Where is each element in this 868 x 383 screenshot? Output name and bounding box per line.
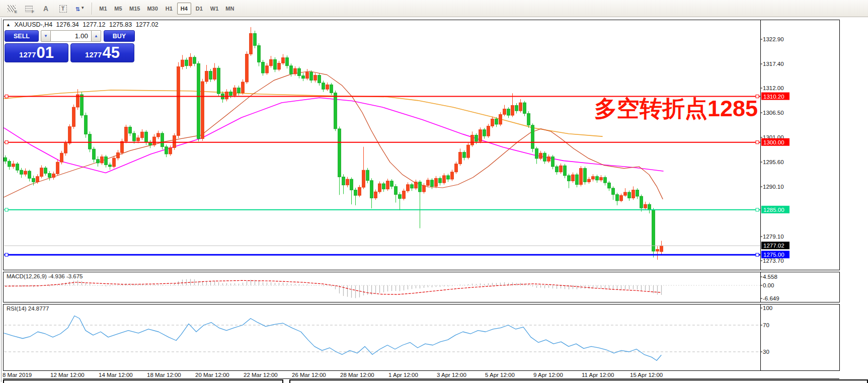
volume-increase-button[interactable]: ▲	[91, 30, 101, 42]
time-axis-label: 22 Mar 12:00	[244, 372, 278, 378]
ohlc-low: 1275.83	[109, 21, 132, 28]
time-axis-label: 5 Apr 12:00	[485, 372, 515, 378]
ohlc-open: 1276.34	[56, 21, 79, 28]
price-tick-label: 1295.60	[763, 159, 784, 165]
timeframe-button-W1[interactable]: W1	[207, 3, 222, 15]
bid-price-panel[interactable]: 1277 01	[5, 43, 68, 62]
rsi-tick-label: 70	[763, 322, 769, 328]
timeframe-button-H1[interactable]: H1	[162, 3, 176, 15]
price-tick-label: 1306.50	[763, 110, 784, 116]
timeframe-button-group: M1M5M15M30H1H4D1W1MN	[96, 3, 238, 15]
hline-handle	[5, 141, 8, 144]
cursor-arrows-icon[interactable]: ⇅▼	[72, 2, 88, 15]
rsi-panel-border	[4, 304, 840, 371]
time-axis-label: 28 Mar 12:00	[340, 372, 374, 378]
time-axis-label: 18 Mar 12:00	[147, 372, 181, 378]
time-axis-label: 26 Mar 12:00	[292, 372, 326, 378]
top-toolbar: EFAT⇅▼ M1M5M15M30H1H4D1W1MN	[0, 0, 868, 17]
time-axis[interactable]: 8 Mar 201912 Mar 12:0014 Mar 12:0018 Mar…	[3, 371, 839, 379]
time-axis-label: 9 Apr 12:00	[533, 372, 563, 378]
price-tick-label: 1290.10	[763, 184, 784, 190]
timeframe-button-H4[interactable]: H4	[177, 3, 191, 15]
ask-price-panel[interactable]: 1277 45	[70, 43, 134, 62]
price-tick-label: 1322.90	[763, 36, 784, 42]
bottom-window-edge-left	[3, 379, 283, 383]
text-label-icon[interactable]: T	[55, 2, 70, 15]
time-axis-label: 3 Apr 12:00	[437, 372, 466, 378]
one-click-trading-widget: SELL ▼ ▲ BUY 1277 01 1277 45	[5, 30, 136, 62]
toolbar-separator	[92, 3, 93, 15]
volume-decrease-button[interactable]: ▼	[41, 30, 51, 42]
volume-input[interactable]	[51, 30, 91, 42]
toolbar-icon-group: EFAT⇅▼	[3, 2, 89, 15]
symbol-timeframe-label: XAUUSD-,H4	[14, 21, 52, 28]
macd-tick-label: -6.649	[763, 295, 779, 301]
macd-indicator-panel[interactable]: 4.5580.00-6.649	[0, 272, 868, 302]
sell-button[interactable]: SELL	[5, 30, 39, 42]
ohlc-close: 1277.02	[136, 21, 159, 28]
symbol-expand-icon[interactable]: ▲	[6, 22, 11, 27]
chart-ohlc-header: ▲ XAUUSD-,H4 1276.34 1277.12 1275.83 127…	[6, 21, 161, 28]
price-badge-label: 1300.00	[763, 139, 784, 145]
hline-handle	[5, 95, 8, 98]
price-badge-label: 1285.00	[763, 207, 784, 213]
macd-tick-label: 4.558	[763, 274, 777, 280]
ask-price-small: 1277	[85, 49, 102, 61]
rsi-tick-label: 30	[763, 349, 769, 355]
timeframe-button-M5[interactable]: M5	[111, 3, 125, 15]
rsi-indicator-panel[interactable]: 1007030	[0, 304, 868, 371]
bid-price-small: 1277	[19, 49, 36, 61]
price-tick-label: 1279.10	[763, 234, 784, 240]
timeframe-button-D1[interactable]: D1	[192, 3, 206, 15]
bid-price-big: 01	[36, 44, 53, 61]
macd-title: MACD(12,26,9) -4.936 -3.675	[7, 273, 83, 279]
macd-tick-label: 0.00	[763, 282, 774, 288]
rsi-title: RSI(14) 24.8777	[7, 305, 49, 312]
timeframe-button-M1[interactable]: M1	[96, 3, 110, 15]
time-axis-label: 14 Mar 12:00	[99, 372, 133, 378]
price-tick-label: 1273.70	[763, 258, 784, 264]
hline-handle	[756, 208, 759, 211]
buy-button[interactable]: BUY	[104, 30, 135, 42]
rsi-tick-label: 100	[763, 305, 772, 311]
chart-annotation-text: 多空转折点1285	[579, 97, 758, 120]
time-axis-label: 1 Apr 12:00	[388, 372, 418, 378]
price-badge-label: 1275.00	[763, 252, 784, 258]
hline-handle	[5, 253, 8, 256]
font-icon[interactable]: A	[38, 2, 53, 15]
hline-handle	[756, 253, 759, 256]
price-badge-label: 1310.20	[763, 94, 784, 100]
hline-handle	[756, 141, 759, 144]
grid-pattern-icon[interactable]: F	[21, 2, 36, 15]
ask-price-big: 45	[102, 44, 119, 61]
current-price-badge-label: 1277.02	[763, 243, 784, 249]
expert-advisors-icon[interactable]: E	[4, 2, 19, 15]
time-axis-label: 12 Mar 12:00	[50, 372, 85, 378]
bottom-window-edge-right	[289, 379, 868, 383]
time-axis-label: 8 Mar 2019	[3, 372, 32, 378]
time-axis-label: 15 Apr 12:00	[630, 372, 663, 378]
price-tick-label: 1317.40	[763, 61, 784, 67]
price-tick-label: 1312.00	[763, 85, 784, 91]
macd-panel-border	[4, 272, 840, 302]
time-axis-label: 20 Mar 12:00	[195, 372, 229, 378]
timeframe-button-M30[interactable]: M30	[144, 3, 161, 15]
time-axis-label: 11 Apr 12:00	[582, 372, 614, 378]
timeframe-button-M15[interactable]: M15	[126, 3, 143, 15]
ohlc-high: 1277.12	[83, 21, 105, 28]
hline-handle	[5, 208, 8, 211]
timeframe-button-MN[interactable]: MN	[222, 3, 237, 15]
